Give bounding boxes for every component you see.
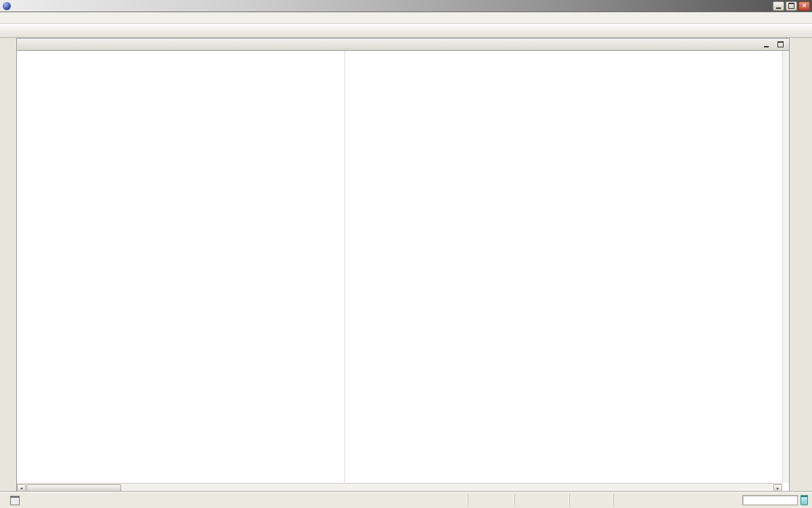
eclipse-window: ✕ ◂ ▸: [0, 0, 812, 508]
menu-bar: [0, 12, 812, 24]
close-button[interactable]: ✕: [798, 1, 810, 11]
writable-status: [468, 494, 514, 506]
eclipse-icon: [3, 2, 11, 10]
garbage-collect-button[interactable]: [800, 495, 808, 505]
status-spacer: [613, 494, 733, 506]
fast-view-button[interactable]: [0, 494, 30, 506]
maximize-view-button[interactable]: [774, 39, 786, 50]
stack-buttons: [760, 39, 789, 50]
restore-icon: [788, 3, 794, 9]
left-trim: [0, 38, 16, 492]
scroll-right-arrow-icon[interactable]: ▸: [773, 484, 782, 492]
heap-status: [742, 495, 808, 505]
restore-button[interactable]: [786, 1, 797, 11]
scroll-left-arrow-icon[interactable]: ◂: [17, 484, 26, 492]
minimize-view-button[interactable]: [760, 39, 772, 50]
heap-usage-indicator: [742, 495, 798, 505]
scrollbar-thumb[interactable]: [26, 484, 121, 492]
title-bar: ✕: [0, 0, 812, 12]
editor-stack: ◂ ▸: [16, 38, 790, 492]
print-margin-line: [344, 51, 345, 483]
minimize-icon: [776, 7, 781, 9]
caret-position-status: [569, 494, 613, 506]
overview-ruler[interactable]: [782, 51, 789, 483]
horizontal-scrollbar[interactable]: ◂ ▸: [17, 483, 782, 492]
insert-mode-status: [514, 494, 569, 506]
status-bar: [0, 492, 812, 508]
main-toolbar: [0, 24, 812, 38]
window-buttons: ✕: [773, 1, 812, 11]
minimize-button[interactable]: [773, 1, 784, 11]
fast-view-icon: [10, 496, 20, 505]
maximize-view-icon: [777, 41, 784, 47]
code-editor[interactable]: ◂ ▸: [17, 51, 789, 492]
right-trim: [790, 38, 812, 492]
editor-tab-bar: [17, 39, 789, 51]
minimize-view-icon: [764, 46, 769, 47]
workbench-area: ◂ ▸: [0, 38, 812, 492]
